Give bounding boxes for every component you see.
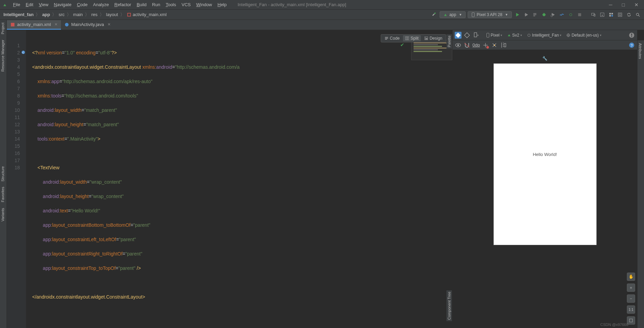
tab-close-icon[interactable]: ✕ bbox=[54, 22, 58, 27]
tab-activity-main[interactable]: activity_main.xml✕ bbox=[7, 20, 61, 30]
theme-select[interactable]: Intelligent_Fan▾ bbox=[526, 32, 563, 38]
resource-manager-icon[interactable] bbox=[608, 11, 615, 18]
guidelines-icon[interactable] bbox=[500, 42, 507, 49]
preview-text: Hello World! bbox=[533, 152, 557, 157]
crumb-app[interactable]: app bbox=[41, 12, 51, 17]
view-mode-design[interactable]: Design bbox=[422, 35, 444, 41]
stop-icon[interactable] bbox=[576, 11, 583, 18]
menu-build[interactable]: Build bbox=[134, 2, 149, 7]
code-editor[interactable]: Code Split Design 1 2C 3 4 5 6 7 8 9 10 … bbox=[7, 30, 452, 328]
menu-vcs[interactable]: VCS bbox=[179, 2, 193, 7]
design-canvas[interactable]: 🔧 Hello World! ✋ ＋ － 1:1 bbox=[453, 50, 637, 328]
crumb-main[interactable]: main bbox=[72, 12, 84, 17]
api-select[interactable]: Sv2▾ bbox=[506, 32, 523, 38]
palette-label[interactable]: Palette bbox=[446, 34, 452, 49]
apply-code-icon[interactable] bbox=[532, 11, 539, 18]
crumb-project[interactable]: Intelligent_fan bbox=[2, 12, 35, 17]
run-icon[interactable] bbox=[514, 11, 521, 18]
view-options-icon[interactable] bbox=[455, 42, 462, 49]
orientation-icon[interactable] bbox=[472, 32, 479, 39]
default-margin[interactable]: 0dp bbox=[472, 42, 480, 48]
coverage-icon[interactable] bbox=[550, 11, 556, 18]
blueprint-icon[interactable] bbox=[464, 32, 470, 39]
warnings-icon[interactable] bbox=[628, 32, 635, 39]
infer-constraints-icon[interactable] bbox=[491, 42, 498, 49]
left-tool-stripe: Project Resource Manager Structure Favor… bbox=[0, 20, 7, 328]
sdk-manager-icon[interactable] bbox=[599, 11, 606, 18]
line-gutter: 1 2C 3 4 5 6 7 8 9 10 11 12 13 14 15 16 … bbox=[7, 30, 26, 328]
locale-select[interactable]: Default (en-us)▾ bbox=[565, 32, 603, 38]
clear-constraints-icon[interactable] bbox=[482, 42, 489, 49]
svg-rect-29 bbox=[385, 39, 387, 40]
zoom-out-icon[interactable]: － bbox=[627, 294, 635, 303]
svg-point-23 bbox=[636, 13, 639, 15]
wrench-icon[interactable]: 🔧 bbox=[542, 56, 547, 61]
breadcrumb: Intelligent_fan〉 app〉 src〉 main〉 res〉 la… bbox=[0, 12, 168, 18]
menu-run[interactable]: Run bbox=[149, 2, 163, 7]
line-number: 14 bbox=[7, 135, 20, 143]
zoom-fit-icon[interactable]: 1:1 bbox=[627, 305, 635, 314]
crumb-layout[interactable]: layout bbox=[105, 12, 119, 17]
zoom-controls: ✋ ＋ － 1:1 bbox=[627, 273, 635, 325]
zoom-in-icon[interactable]: ＋ bbox=[627, 284, 635, 292]
view-mode-code[interactable]: Code bbox=[382, 35, 402, 41]
svg-rect-18 bbox=[611, 13, 613, 14]
tool-structure[interactable]: Structure bbox=[0, 163, 5, 184]
tool-project[interactable]: Project bbox=[0, 20, 5, 37]
tab-mainactivity[interactable]: MainActivity.java✕ bbox=[61, 20, 114, 30]
class-gutter-icon[interactable]: C bbox=[21, 50, 25, 54]
svg-rect-28 bbox=[385, 38, 388, 39]
svg-point-44 bbox=[457, 44, 459, 46]
tab-close-icon[interactable]: ✕ bbox=[108, 22, 111, 27]
menu-analyze[interactable]: Analyze bbox=[90, 2, 112, 7]
tool-resource-manager[interactable]: Resource Manager bbox=[0, 37, 5, 75]
pan-icon[interactable]: ✋ bbox=[627, 273, 635, 281]
svg-rect-32 bbox=[425, 37, 428, 40]
menu-tools[interactable]: Tools bbox=[163, 2, 179, 7]
layout-inspector-icon[interactable] bbox=[617, 11, 623, 18]
svg-rect-13 bbox=[578, 13, 581, 16]
component-tree-label[interactable]: Component Tree bbox=[446, 290, 452, 321]
menu-window[interactable]: Window bbox=[193, 2, 215, 7]
run-config-dropdown[interactable]: app▼ bbox=[440, 11, 466, 18]
crumb-res[interactable]: res bbox=[90, 12, 99, 17]
menu-view[interactable]: View bbox=[36, 2, 51, 7]
menu-refactor[interactable]: Refactor bbox=[112, 2, 134, 7]
close-icon[interactable]: ✕ bbox=[634, 2, 639, 8]
attach-debugger-icon[interactable] bbox=[567, 11, 574, 18]
code-area[interactable]: <?xml version="1.0" encoding="utf-8"?> <… bbox=[26, 30, 452, 328]
line-number: 5 bbox=[7, 71, 20, 78]
tool-favorites[interactable]: Favorites bbox=[0, 184, 5, 205]
design-toolbar-2: 0dp ? bbox=[453, 40, 637, 50]
crumb-file[interactable]: activity_main.xml bbox=[125, 12, 168, 17]
device-select[interactable]: Pixel▾ bbox=[485, 32, 504, 38]
minimize-icon[interactable]: ─ bbox=[609, 2, 613, 8]
search-icon[interactable] bbox=[634, 11, 641, 18]
line-number: 18 bbox=[7, 164, 20, 171]
tool-attributes[interactable]: Attributes bbox=[637, 40, 643, 62]
design-surface-icon[interactable] bbox=[455, 32, 462, 39]
debug-icon[interactable] bbox=[541, 11, 547, 18]
svg-rect-19 bbox=[609, 15, 611, 16]
menu-code[interactable]: Code bbox=[74, 2, 90, 7]
crumb-src[interactable]: src bbox=[57, 12, 66, 17]
line-number: 9 bbox=[7, 100, 20, 107]
menu-navigate[interactable]: Navigate bbox=[51, 2, 74, 7]
device-preview[interactable]: Hello World! bbox=[494, 64, 596, 245]
magnet-icon[interactable] bbox=[464, 42, 470, 49]
help-icon[interactable]: ? bbox=[628, 42, 635, 49]
view-mode-split[interactable]: Split bbox=[403, 35, 420, 41]
menu-file[interactable]: FFileile bbox=[10, 2, 23, 7]
device-dropdown[interactable]: Pixel 3 API 28▼ bbox=[468, 11, 512, 18]
apply-changes-icon[interactable] bbox=[523, 11, 530, 18]
sync-icon[interactable] bbox=[626, 11, 632, 18]
svg-point-11 bbox=[551, 15, 553, 16]
profiler-icon[interactable] bbox=[558, 11, 565, 18]
line-number: 17 bbox=[7, 157, 20, 164]
avd-manager-icon[interactable] bbox=[590, 11, 597, 18]
maximize-icon[interactable]: □ bbox=[622, 2, 625, 8]
build-hammer-icon[interactable] bbox=[431, 11, 438, 18]
tool-build-variants[interactable]: Variants bbox=[0, 205, 5, 224]
menu-edit[interactable]: Edit bbox=[23, 2, 36, 7]
menu-help[interactable]: Help bbox=[215, 2, 229, 7]
